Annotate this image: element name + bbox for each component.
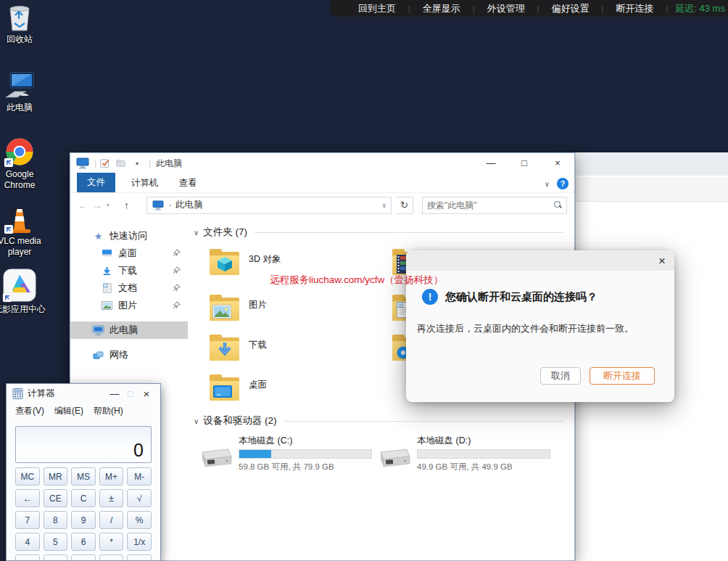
search-input[interactable] [427,200,554,210]
calc-button-partial[interactable] [44,554,68,561]
back-icon[interactable]: ← [78,200,88,211]
calc-button-partial[interactable] [15,554,40,561]
calc-button-percent[interactable]: % [127,511,152,529]
sidebar-item-documents[interactable]: 文档 [70,279,188,297]
folder-item-desktop[interactable]: 桌面 [208,373,267,402]
calc-button-9[interactable]: 9 [71,511,96,529]
sidebar-item-label: 文档 [118,282,137,295]
close-button[interactable]: × [541,153,574,173]
tab-file[interactable]: 文件 [77,173,115,192]
desktop-icon-vlc[interactable]: VLC media player [0,203,47,258]
folder-label: 桌面 [249,379,267,402]
folder-item-downloads[interactable]: 下载 [208,333,267,362]
minimize-button[interactable]: — [474,153,508,173]
qat-separator: | [94,158,96,168]
calc-button-partial[interactable] [127,554,152,561]
folders-section-header[interactable]: ∨ 文件夹 (7) [194,226,564,239]
maximize-button: □ [123,388,138,399]
calc-button-sqrt[interactable]: √ [127,489,152,507]
sidebar-item-pictures[interactable]: 图片 [70,297,188,314]
qat-properties-icon[interactable] [99,157,112,169]
toolbar-fullscreen-button[interactable]: 全屏显示 [410,2,473,15]
calc-button-4[interactable]: 4 [15,533,40,551]
calc-button-c[interactable]: C [71,489,96,507]
drive-name: 本地磁盘 (D:) [417,435,550,447]
search-box[interactable] [422,197,567,214]
calc-button-5[interactable]: 5 [44,533,68,551]
toolbar-peripherals-button[interactable]: 外设管理 [475,2,537,15]
calc-button-reciprocal[interactable]: 1/x [127,533,152,551]
calculator-app-icon [12,388,23,399]
info-icon: ! [422,289,438,305]
desktop-icon-recycle-bin[interactable]: 回收站 [0,1,47,45]
drives-section-header[interactable]: ∨ 设备和驱动器 (2) [194,414,564,427]
drive-item-d[interactable]: 本地磁盘 (D:) 49.9 GB 可用, 共 49.9 GB [376,435,558,472]
close-button[interactable]: × [138,388,154,400]
folder-item-pictures[interactable]: 图片 [208,293,267,322]
toolbar-preferences-button[interactable]: 偏好设置 [539,2,602,15]
ribbon-collapse-icon[interactable]: ∨ [545,180,550,188]
tab-computer[interactable]: 计算机 [121,174,169,192]
sidebar-item-quick-access[interactable]: ★ 快速访问 [70,227,188,245]
calc-button-mr[interactable]: MR [44,467,68,486]
forward-icon[interactable]: → [92,200,102,211]
calc-button-ms[interactable]: MS [71,467,96,486]
toolbar-disconnect-button[interactable]: 断开连接 [603,2,666,15]
toolbar-home-button[interactable]: 回到主页 [346,2,408,15]
calc-button-divide[interactable]: / [99,511,124,529]
downloads-folder-icon [208,333,241,362]
calc-button-6[interactable]: 6 [71,533,96,551]
calc-button-backspace[interactable]: ← [15,489,40,507]
calc-button-multiply[interactable]: * [99,533,124,551]
history-dropdown-icon[interactable]: ▾ [107,202,109,208]
desktop-icon-label: Google Chrome [0,169,47,191]
folder-item-3d-objects[interactable]: 3D 对象 [208,247,281,277]
address-pc-icon [152,200,165,211]
pin-icon[interactable] [173,284,181,292]
menu-help[interactable]: 帮助(H) [94,405,123,417]
disconnect-confirm-button[interactable]: 断开连接 [590,367,655,385]
calc-button-mc[interactable]: MC [15,467,40,486]
address-dropdown-icon[interactable]: ∨ [381,202,386,209]
calc-button-partial[interactable] [99,554,124,561]
calc-button-mplus[interactable]: M+ [99,467,124,486]
calc-button-8[interactable]: 8 [44,511,68,529]
pin-icon[interactable] [173,266,181,274]
chrome-icon [4,136,35,167]
calc-button-negate[interactable]: ± [99,489,124,507]
sidebar-item-network[interactable]: 网络 [70,346,188,364]
minimize-button[interactable]: — [107,388,123,399]
menu-view[interactable]: 查看(V) [15,405,44,417]
downloads-icon [101,266,113,277]
help-icon[interactable]: ? [557,178,568,189]
explorer-titlebar: | ▾ | 此电脑 — □ × [70,153,574,173]
calc-button-ce[interactable]: CE [44,489,68,507]
qat-customize-dropdown-icon[interactable]: ▾ [131,157,144,169]
sidebar-item-desktop[interactable]: 桌面 [70,245,188,262]
calc-button-mminus[interactable]: M- [127,467,152,486]
maximize-button[interactable]: □ [508,153,541,173]
wuying-app-center-icon [3,269,36,302]
cancel-button[interactable]: 取消 [540,367,581,385]
drive-item-c[interactable]: 本地磁盘 (C:) 59.8 GB 可用, 共 79.9 GB [198,435,379,472]
folder-label: 下载 [249,339,267,362]
desktop-icon-wuying[interactable]: 无影应用中心 [0,269,47,315]
refresh-button[interactable]: ↻ [396,197,413,214]
sidebar-item-this-pc[interactable]: 此电脑 [70,322,188,339]
close-icon[interactable]: × [658,255,666,267]
qat-new-folder-icon[interactable] [115,157,128,169]
address-bar[interactable]: › 此电脑 ∨ [146,197,392,214]
pin-icon[interactable] [173,249,181,257]
calc-button-partial[interactable] [71,554,96,561]
up-icon[interactable]: ↑ [124,200,129,211]
desktop-icon-this-pc[interactable]: 此电脑 [0,70,47,113]
pin-icon[interactable] [173,301,181,309]
recycle-bin-icon [4,1,35,32]
desktop-icon-chrome[interactable]: Google Chrome [0,136,47,191]
tab-view[interactable]: 查看 [169,174,207,192]
calc-button-7[interactable]: 7 [15,511,40,529]
calculator-titlebar: 计算器 — □ × [7,384,160,403]
menu-edit[interactable]: 编辑(E) [54,405,83,417]
svg-text:A: A [397,303,401,307]
sidebar-item-downloads[interactable]: 下载 [70,262,188,279]
